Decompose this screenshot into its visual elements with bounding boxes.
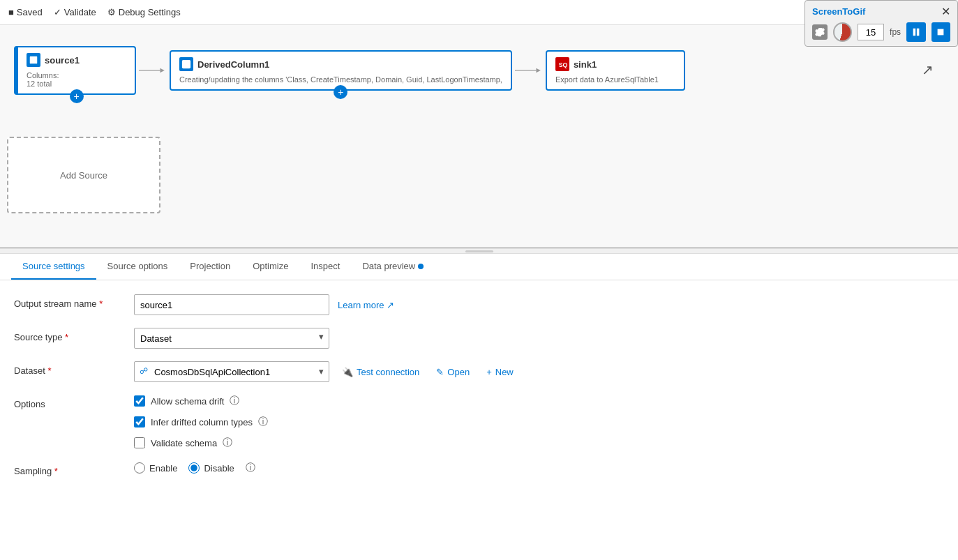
derived-node-title: DerivedColumn1 — [197, 59, 269, 70]
panel-divider[interactable] — [0, 248, 958, 254]
sink-node-icon: SQL — [555, 57, 569, 71]
validate-schema-checkbox[interactable] — [134, 437, 145, 448]
sink-node-header: SQL sink1 — [555, 57, 675, 71]
sink-node[interactable]: SQL sink1 Export data to AzureSqlTable1 — [546, 50, 685, 91]
source-type-select-wrapper: Dataset Inline — [134, 328, 329, 349]
stg-stop-button[interactable] — [931, 22, 950, 42]
source-type-select[interactable]: Dataset Inline — [134, 328, 329, 349]
source-node-sub: Columns: 12 total — [27, 71, 126, 88]
arrow-2 — [512, 63, 546, 77]
pipeline-canvas: source1 Columns: 12 total + DerivedColum… — [0, 25, 958, 248]
source-type-row: Source type * Dataset Inline — [14, 328, 944, 349]
sampling-enable-radio[interactable] — [134, 462, 145, 474]
infer-column-types-item: Infer drifted column types ⓘ — [134, 416, 268, 428]
dataset-select-wrapper: ☍ CosmosDbSqlApiCollection1 — [134, 361, 329, 382]
derived-node-icon — [179, 57, 193, 71]
infer-column-types-label: Infer drifted column types — [151, 417, 253, 427]
allow-schema-drift-checkbox[interactable] — [134, 395, 145, 407]
source-node[interactable]: source1 Columns: 12 total + — [14, 46, 136, 95]
learn-more-link[interactable]: Learn more ↗ — [338, 300, 394, 310]
sampling-controls: Enable Disable ⓘ — [134, 462, 255, 474]
svg-rect-3 — [182, 60, 190, 68]
debug-settings-label: Debug Settings — [119, 7, 181, 17]
validate-schema-label: Validate schema — [151, 438, 217, 448]
source-node-add-btn[interactable]: + — [70, 89, 84, 103]
debug-settings-button[interactable]: ⚙ Debug Settings — [107, 7, 181, 17]
stg-pie-chart — [833, 22, 853, 42]
source-node-title: source1 — [45, 55, 80, 66]
open-button[interactable]: ✎ Open — [432, 364, 474, 380]
sampling-disable-radio[interactable] — [188, 462, 200, 474]
add-source-label: Add Source — [60, 170, 107, 181]
stg-gear-button[interactable] — [812, 24, 828, 40]
data-preview-dot — [418, 264, 424, 269]
allow-schema-drift-item: Allow schema drift ⓘ — [134, 395, 268, 407]
debug-icon: ⚙ — [107, 7, 116, 17]
settings-form: Output stream name * Learn more ↗ Source… — [0, 280, 958, 503]
dataset-row: Dataset * ☍ CosmosDbSqlApiCollection1 🔌 … — [14, 361, 944, 382]
source-type-label: Source type * — [14, 328, 126, 342]
svg-text:SQL: SQL — [559, 61, 567, 68]
saved-icon: ■ — [8, 7, 14, 17]
svg-rect-7 — [913, 29, 915, 36]
output-stream-controls: Learn more ↗ — [134, 294, 394, 315]
derived-node[interactable]: DerivedColumn1 Creating/updating the col… — [170, 50, 512, 91]
derived-node-add-btn[interactable]: + — [334, 85, 347, 99]
new-button[interactable]: + New — [482, 364, 518, 380]
pencil-icon: ✎ — [436, 367, 444, 377]
validate-schema-item: Validate schema ⓘ — [134, 437, 268, 449]
stg-fps-input[interactable] — [858, 24, 884, 40]
sampling-label: Sampling * — [14, 462, 126, 476]
add-source-box[interactable]: Add Source — [7, 137, 160, 213]
required-marker-3: * — [47, 365, 51, 376]
options-label: Options — [14, 395, 126, 409]
dataset-controls: ☍ CosmosDbSqlApiCollection1 🔌 Test conne… — [134, 361, 518, 382]
required-marker-2: * — [65, 332, 68, 342]
sampling-radio-group: Enable Disable ⓘ — [134, 462, 255, 474]
divider-bar — [465, 250, 493, 252]
tab-source-settings[interactable]: Source settings — [11, 254, 96, 280]
test-connection-button[interactable]: 🔌 Test connection — [338, 364, 424, 380]
infer-column-types-info: ⓘ — [258, 416, 268, 428]
arrow-1 — [136, 63, 170, 77]
settings-tabs: Source settings Source options Projectio… — [0, 254, 958, 280]
saved-label: Saved — [17, 7, 43, 17]
sampling-enable-label: Enable — [149, 463, 177, 474]
external-link-icon: ↗ — [387, 300, 394, 310]
tab-optimize[interactable]: Optimize — [241, 254, 299, 280]
tab-source-options[interactable]: Source options — [96, 254, 179, 280]
stg-fps-label: fps — [890, 27, 901, 37]
options-row: Options Allow schema drift ⓘ Infer drift… — [14, 395, 944, 449]
derived-node-header: DerivedColumn1 — [179, 57, 502, 71]
source-type-controls: Dataset Inline — [134, 328, 329, 349]
sampling-disable-label: Disable — [204, 463, 234, 474]
plug-icon: 🔌 — [342, 367, 353, 377]
sampling-info: ⓘ — [246, 462, 255, 474]
svg-marker-5 — [536, 68, 540, 73]
infer-column-types-checkbox[interactable] — [134, 416, 145, 427]
sink-node-desc: Export data to AzureSqlTable1 — [555, 75, 675, 84]
dataset-label: Dataset * — [14, 361, 126, 376]
tab-projection[interactable]: Projection — [179, 254, 241, 280]
stg-close-button[interactable]: ✕ — [941, 5, 950, 18]
tab-inspect[interactable]: Inspect — [299, 254, 351, 280]
output-stream-row: Output stream name * Learn more ↗ — [14, 294, 944, 315]
stg-header: ScreenToGif ✕ — [812, 5, 950, 18]
stg-pause-button[interactable] — [906, 22, 925, 42]
sampling-enable-item[interactable]: Enable — [134, 462, 177, 474]
dataset-select[interactable]: CosmosDbSqlApiCollection1 — [134, 361, 329, 382]
output-stream-input[interactable] — [134, 294, 329, 315]
source-node-header: source1 — [27, 53, 126, 67]
sampling-disable-item[interactable]: Disable — [188, 462, 234, 474]
derived-node-desc: Creating/updating the columns 'Class, Cr… — [179, 75, 502, 84]
stg-controls: fps — [812, 22, 950, 42]
validate-button[interactable]: ✓ Validate — [54, 7, 96, 17]
validate-schema-info: ⓘ — [223, 437, 232, 449]
allow-schema-drift-label: Allow schema drift — [151, 396, 224, 407]
plus-icon: + — [486, 367, 492, 377]
required-marker: * — [99, 298, 103, 309]
tab-data-preview[interactable]: Data preview — [351, 254, 435, 280]
stg-title: ScreenToGif — [812, 6, 865, 17]
saved-indicator: ■ Saved — [8, 7, 43, 17]
validate-label: Validate — [64, 7, 96, 17]
